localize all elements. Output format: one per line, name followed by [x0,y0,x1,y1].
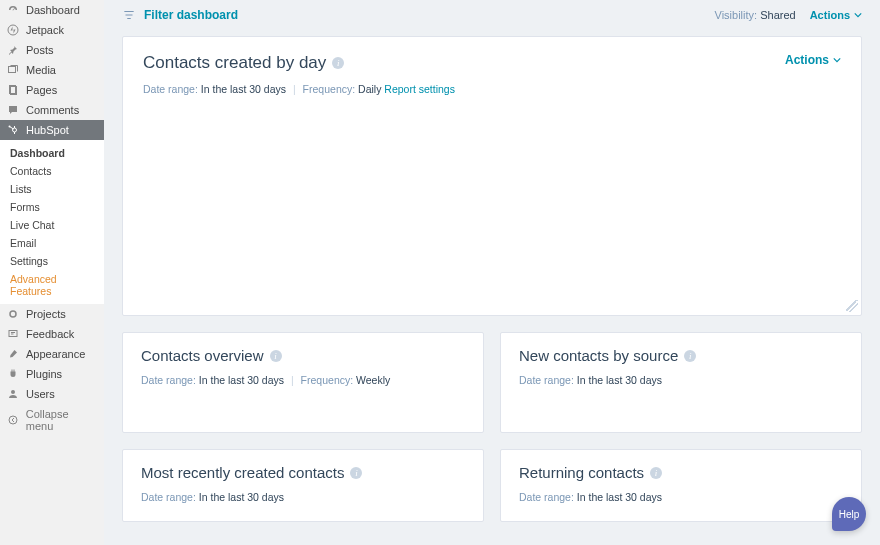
card-title: Returning contacts [519,464,644,481]
svg-point-8 [11,390,15,394]
frequency-label: Frequency: [303,83,356,95]
info-icon[interactable]: i [684,350,696,362]
filter-icon[interactable] [122,8,136,22]
card-contacts-created-by-day: Contacts created by day i Actions Date r… [122,36,862,316]
date-range-label: Date range: [519,374,574,386]
date-range-value: In the last 30 days [201,83,286,95]
sidebar-label: Dashboard [26,4,80,16]
main-panel: Filter dashboard Visibility: Shared Acti… [104,0,880,545]
filter-dashboard-link[interactable]: Filter dashboard [144,8,238,22]
sidebar-item-media[interactable]: Media [0,60,104,80]
date-range-label: Date range: [143,83,198,95]
date-range-label: Date range: [141,491,196,503]
sidebar-item-hubspot[interactable]: HubSpot [0,120,104,140]
feedback-icon [6,328,20,340]
sidebar-label: Users [26,388,55,400]
card-most-recently-created-contacts: Most recently created contacts i Date ra… [122,449,484,522]
chart-area [143,95,841,295]
subnav-contacts[interactable]: Contacts [0,162,104,180]
sidebar-item-comments[interactable]: Comments [0,100,104,120]
subnav-forms[interactable]: Forms [0,198,104,216]
info-icon[interactable]: i [650,467,662,479]
sidebar-label: Pages [26,84,57,96]
actions-label: Actions [785,53,829,67]
help-bubble[interactable]: Help [832,497,866,531]
info-icon[interactable]: i [332,57,344,69]
card-meta: Date range: In the last 30 days [141,491,465,503]
sidebar-item-feedback[interactable]: Feedback [0,324,104,344]
sidebar-label: Comments [26,104,79,116]
sidebar-item-plugins[interactable]: Plugins [0,364,104,384]
date-range-label: Date range: [141,374,196,386]
collapse-icon [6,414,20,426]
hubspot-subnav: Dashboard Contacts Lists Forms Live Chat… [0,140,104,304]
sprocket-icon [6,124,20,136]
svg-point-6 [10,311,16,317]
sidebar-label: Feedback [26,328,74,340]
subnav-advanced[interactable]: Advanced Features [0,270,104,300]
gauge-icon [6,4,20,16]
info-icon[interactable]: i [270,350,282,362]
card-body [141,386,465,414]
frequency-label: Frequency: [301,374,354,386]
card-meta: Date range: In the last 30 days [519,374,843,386]
subnav-settings[interactable]: Settings [0,252,104,270]
svg-rect-1 [9,67,16,73]
sidebar-label: Appearance [26,348,85,360]
sidebar-item-jetpack[interactable]: Jetpack [0,20,104,40]
sidebar-item-collapse[interactable]: Collapse menu [0,404,104,436]
sidebar-label: Media [26,64,56,76]
sidebar-item-users[interactable]: Users [0,384,104,404]
topbar: Filter dashboard Visibility: Shared Acti… [104,0,880,26]
card-new-contacts-by-source: New contacts by source i Date range: In … [500,332,862,433]
sidebar-item-appearance[interactable]: Appearance [0,344,104,364]
resize-handle[interactable] [846,300,858,312]
dashboard-actions-menu[interactable]: Actions [810,9,862,21]
help-label: Help [839,509,860,520]
subnav-lists[interactable]: Lists [0,180,104,198]
wp-sidebar: Dashboard Jetpack Posts Media Pages Comm… [0,0,104,545]
actions-label: Actions [810,9,850,21]
subnav-email[interactable]: Email [0,234,104,252]
sidebar-label: Collapse menu [26,408,98,432]
card-meta: Date range: In the last 30 days | Freque… [143,83,841,95]
report-settings-link[interactable]: Report settings [384,83,455,95]
date-range-value: In the last 30 days [199,374,284,386]
user-icon [6,388,20,400]
card-title: Contacts created by day [143,53,326,73]
ring-icon [6,308,20,320]
card-returning-contacts: Returning contacts i Date range: In the … [500,449,862,522]
chevron-down-icon [833,56,841,64]
frequency-value: Daily [358,83,381,95]
subnav-dashboard[interactable]: Dashboard [0,144,104,162]
sidebar-label: Jetpack [26,24,64,36]
sidebar-label: Projects [26,308,66,320]
frequency-value: Weekly [356,374,390,386]
jetpack-icon [6,24,20,36]
date-range-value: In the last 30 days [577,491,662,503]
chevron-down-icon [854,11,862,19]
plug-icon [6,368,20,380]
info-icon[interactable]: i [350,467,362,479]
card-meta: Date range: In the last 30 days [519,491,843,503]
media-icon [6,64,20,76]
sidebar-item-posts[interactable]: Posts [0,40,104,60]
card-title: New contacts by source [519,347,678,364]
sidebar-item-dashboard[interactable]: Dashboard [0,0,104,20]
sidebar-item-projects[interactable]: Projects [0,304,104,324]
card-actions-menu[interactable]: Actions [785,53,841,67]
visibility-value: Shared [760,9,795,21]
card-body [519,386,843,414]
visibility-label: Visibility: [715,9,758,21]
card-meta: Date range: In the last 30 days | Freque… [141,374,465,386]
subnav-livechat[interactable]: Live Chat [0,216,104,234]
sidebar-label: Plugins [26,368,62,380]
svg-point-9 [9,416,17,424]
page-icon [6,84,20,96]
comment-icon [6,104,20,116]
card-title: Contacts overview [141,347,264,364]
sidebar-item-pages[interactable]: Pages [0,80,104,100]
sidebar-label: Posts [26,44,54,56]
date-range-value: In the last 30 days [199,491,284,503]
sidebar-label: HubSpot [26,124,69,136]
